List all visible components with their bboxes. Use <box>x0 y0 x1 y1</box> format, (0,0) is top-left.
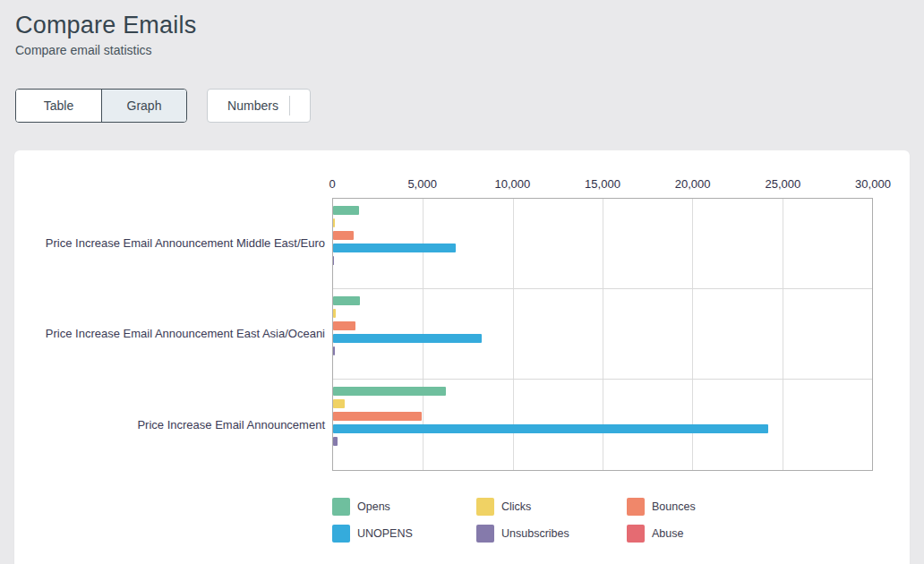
legend-label: UNOPENS <box>357 527 413 540</box>
x-tick-label: 10,000 <box>494 177 530 191</box>
legend-item-opens: Opens <box>332 498 476 516</box>
bar-group <box>333 289 872 380</box>
page-title: Compare Emails <box>15 12 196 39</box>
tab-table[interactable]: Table <box>16 90 101 122</box>
view-controls: Table Graph Numbers <box>15 89 311 123</box>
legend-swatch <box>332 525 350 543</box>
bar-opens <box>333 206 359 215</box>
bar-bounces <box>333 412 422 421</box>
category-labels: Price Increase Email Announcement Middle… <box>25 198 329 471</box>
legend-label: Opens <box>357 500 390 513</box>
view-toggle: Table Graph <box>15 89 187 123</box>
x-axis-ticks: 05,00010,00015,00020,00025,00030,000 <box>332 177 873 192</box>
x-tick-label: 15,000 <box>585 177 620 191</box>
x-tick-label: 20,000 <box>675 177 711 191</box>
legend-item-clicks: Clicks <box>476 498 627 516</box>
legend-item-unopens: UNOPENS <box>332 525 476 543</box>
x-tick-label: 30,000 <box>855 177 891 191</box>
legend-swatch <box>332 498 350 516</box>
x-tick-label: 5,000 <box>407 177 437 191</box>
bar-opens <box>333 387 446 396</box>
legend-item-abuse: Abuse <box>627 525 824 543</box>
legend-item-unsubscribes: Unsubscribes <box>476 525 627 543</box>
page-subtitle: Compare email statistics <box>15 43 152 57</box>
legend-label: Bounces <box>652 500 696 513</box>
tab-graph[interactable]: Graph <box>101 90 186 122</box>
bar-unsubscribes <box>333 437 338 446</box>
bar-bounces <box>333 321 355 330</box>
bar-unsubscribes <box>333 346 335 355</box>
bar-group <box>333 380 872 470</box>
numbers-button-label: Numbers <box>227 98 278 113</box>
legend: OpensClicksBouncesUNOPENSUnsubscribesAbu… <box>332 498 824 543</box>
bar-unopens <box>333 334 482 343</box>
x-tick-label: 25,000 <box>765 177 800 191</box>
legend-label: Abuse <box>652 527 683 540</box>
numbers-button-divider <box>289 96 290 115</box>
x-tick-label: 0 <box>329 177 335 191</box>
plot-area <box>332 198 873 471</box>
bar-group <box>333 199 872 289</box>
bar-bounces <box>333 231 354 240</box>
category-label: Price Increase Email Announcement <box>25 380 329 471</box>
legend-item-bounces: Bounces <box>627 498 824 516</box>
bar-clicks <box>333 309 336 318</box>
legend-swatch <box>627 525 645 543</box>
bar-opens <box>333 296 360 305</box>
legend-swatch <box>476 498 494 516</box>
legend-swatch <box>476 525 494 543</box>
bar-unopens <box>333 424 768 433</box>
bar-clicks <box>333 399 345 408</box>
numbers-button[interactable]: Numbers <box>207 89 311 123</box>
bar-clicks <box>333 218 335 227</box>
bar-groups <box>333 199 872 470</box>
legend-label: Clicks <box>501 500 531 513</box>
legend-swatch <box>627 498 645 516</box>
category-label: Price Increase Email Announcement East A… <box>25 289 329 380</box>
bar-unopens <box>333 244 456 252</box>
bar-unsubscribes <box>333 256 334 265</box>
category-label: Price Increase Email Announcement Middle… <box>25 198 329 289</box>
legend-label: Unsubscribes <box>501 527 569 540</box>
chart-card: 05,00010,00015,00020,00025,00030,000 Pri… <box>14 150 910 564</box>
